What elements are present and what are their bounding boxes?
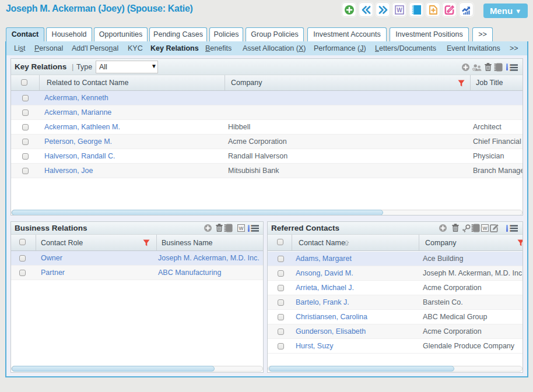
svg-text:W: W <box>239 225 244 231</box>
svg-text:W: W <box>397 7 402 13</box>
svg-text:W: W <box>482 225 488 231</box>
